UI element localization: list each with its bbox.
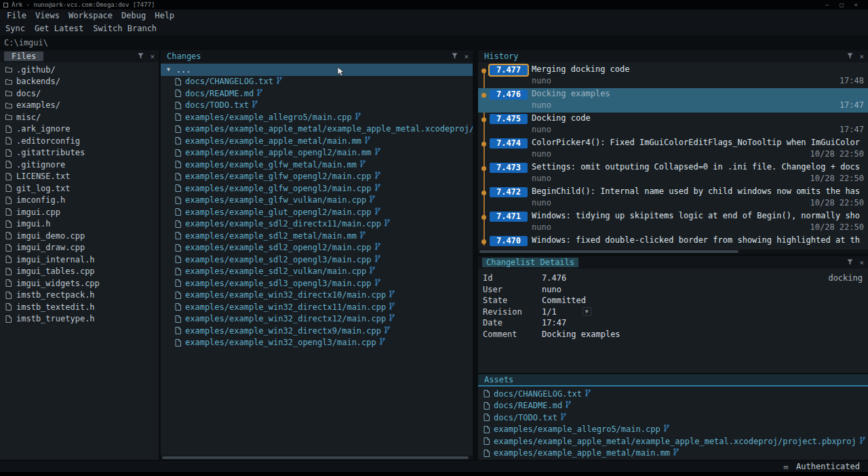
commit-row[interactable]: 7.471 Windows: tidying up skipitems logi…: [478, 210, 868, 235]
commit-row[interactable]: 7.476 Docking examples nuno 17:47: [478, 88, 868, 113]
changed-file-row[interactable]: examples/example_glfw_vulkan/main.cpp: [161, 195, 473, 207]
menu-item-workspace[interactable]: Workspace: [68, 11, 113, 20]
filter-icon[interactable]: [452, 52, 458, 61]
commit-row[interactable]: 7.472 BeginChild(): Internal name used b…: [478, 186, 868, 210]
file-tree-item[interactable]: imconfig.h: [0, 195, 159, 207]
menu-item-debug[interactable]: Debug: [121, 11, 146, 20]
expander-icon[interactable]: ▼: [167, 66, 170, 73]
file-tree-item[interactable]: imstb_textedit.h: [0, 301, 159, 313]
changed-file-row[interactable]: examples/example_apple_opengl2/main.mm: [161, 147, 473, 159]
branch-fork-icon: [673, 448, 679, 458]
asset-row[interactable]: docs/CHANGELOG.txt: [478, 388, 868, 400]
menu-item-views[interactable]: Views: [35, 11, 60, 20]
file-tree-item[interactable]: .gitattributes: [0, 147, 159, 159]
close-icon[interactable]: ×: [859, 259, 864, 266]
file-tree-item[interactable]: docs/: [0, 87, 159, 100]
close-icon[interactable]: ×: [859, 53, 864, 60]
revision-dropdown[interactable]: ▼: [583, 307, 591, 316]
file-tree-item[interactable]: imgui_internal.h: [0, 254, 159, 266]
changed-file-row[interactable]: examples/example_sdl3_opengl3/main.cpp: [161, 277, 473, 290]
file-tree-item[interactable]: imgui_demo.cpp: [0, 230, 159, 242]
maximize-icon[interactable]: □: [840, 1, 843, 8]
close-icon[interactable]: ×: [854, 1, 858, 8]
branch-fork-icon: [860, 437, 865, 446]
filter-icon[interactable]: [847, 52, 853, 61]
detail-label: State: [483, 295, 542, 306]
changed-file-row[interactable]: examples/example_win32_directx12/main.cp…: [161, 313, 473, 325]
changed-file-row[interactable]: examples/example_sdl2_vulkan/main.cpp: [161, 266, 473, 278]
file-tree-item[interactable]: imgui.cpp: [0, 206, 159, 218]
file-tree-item[interactable]: .github/: [0, 64, 159, 76]
file-tree-item[interactable]: git_log.txt: [0, 182, 159, 195]
commit-row[interactable]: 7.475 Docking code nuno 17:47: [478, 113, 868, 137]
branch-fork-icon: [365, 136, 370, 146]
asset-row[interactable]: docs/TODO.txt: [478, 412, 868, 424]
commit-row[interactable]: 7.477 Merging docking code nuno 17:48: [478, 64, 868, 88]
changed-file-row[interactable]: examples/example_win32_directx9/main.cpp: [161, 325, 473, 337]
menu-item-file[interactable]: File: [7, 11, 26, 20]
commit-row[interactable]: 7.473 Settings: omit outputing Collapsed…: [478, 161, 868, 186]
file-icon: [174, 197, 182, 204]
changed-file-row[interactable]: examples/example_apple_metal/example_app…: [161, 123, 473, 136]
file-tree-item[interactable]: .editorconfig: [0, 135, 159, 147]
close-icon[interactable]: ×: [464, 53, 469, 60]
changed-file-row[interactable]: docs/README.md: [161, 87, 473, 100]
changed-file-row[interactable]: examples/example_sdl2_metal/main.mm: [161, 230, 473, 242]
asset-row[interactable]: examples/example_allegro5/main.cpp: [478, 424, 868, 436]
assets-panel: Assets docs/CHANGELOG.txt docs/README.md…: [478, 374, 868, 460]
changed-file-row[interactable]: examples/example_sdl2_opengl2/main.cpp: [161, 242, 473, 254]
filter-icon[interactable]: [847, 258, 853, 267]
asset-row[interactable]: examples/example_apple_metal/main.mm: [478, 448, 868, 460]
commit-row[interactable]: 7.474 ColorPicker4(): Fixed ImGuiColorEd…: [478, 137, 868, 161]
horizontal-scrollbar[interactable]: [161, 456, 473, 460]
changed-file-row[interactable]: docs/TODO.txt: [161, 100, 473, 112]
file-tree-item[interactable]: imstb_rectpack.h: [0, 290, 159, 302]
details-panel-title: Changelist Details: [482, 258, 578, 267]
file-tree-item[interactable]: imgui_tables.cpp: [0, 266, 159, 278]
branch-fork-icon: [375, 243, 380, 252]
changelist-details-panel: Changelist Details × Id 7.476 docking Us…: [478, 256, 868, 373]
horizontal-scrollbar[interactable]: [478, 250, 868, 254]
titlebar: Ark - nuno@ark-vcs.com:Omega:dev [7477] …: [0, 0, 868, 9]
changed-file-row[interactable]: docs/CHANGELOG.txt: [161, 76, 473, 88]
changed-file-row[interactable]: examples/example_win32_directx10/main.cp…: [161, 290, 473, 302]
file-tree-item[interactable]: imgui_draw.cpp: [0, 242, 159, 254]
branch-fork-icon: [561, 413, 566, 422]
close-icon[interactable]: ×: [150, 53, 155, 60]
changed-file-row[interactable]: examples/example_glfw_metal/main.mm: [161, 159, 473, 171]
file-tree-item[interactable]: imgui.h: [0, 218, 159, 231]
asset-row[interactable]: examples/example_apple_metal/example_app…: [478, 435, 868, 448]
minimize-icon[interactable]: —: [825, 1, 829, 8]
toolbar-button-switch-branch[interactable]: Switch Branch: [93, 24, 157, 33]
changed-file-row[interactable]: examples/example_glfw_opengl2/main.cpp: [161, 171, 473, 183]
changes-root-row[interactable]: ▼ ...: [161, 64, 473, 76]
filter-icon[interactable]: [138, 52, 144, 61]
current-path: C:\imgui\: [4, 38, 48, 47]
file-tree-item[interactable]: imstb_truetype.h: [0, 313, 159, 325]
changed-file-row[interactable]: examples/example_apple_metal/main.mm: [161, 135, 473, 147]
changed-file-row[interactable]: examples/example_win32_opengl3/main.cpp: [161, 337, 473, 349]
file-tree-item[interactable]: imgui_widgets.cpp: [0, 277, 159, 290]
file-icon: [174, 327, 182, 334]
assets-panel-title: Assets: [482, 375, 515, 384]
changed-file-row[interactable]: examples/example_sdl2_directx11/main.cpp: [161, 218, 473, 231]
branch-fork-icon: [664, 424, 669, 434]
changed-file-row[interactable]: examples/example_win32_directx11/main.cp…: [161, 301, 473, 313]
toolbar-button-get-latest[interactable]: Get Latest: [35, 24, 83, 33]
commit-time: 17:47: [840, 124, 864, 136]
changed-file-row[interactable]: examples/example_allegro5/main.cpp: [161, 111, 473, 123]
file-icon: [174, 102, 182, 109]
menu-item-help[interactable]: Help: [155, 11, 174, 20]
file-tree-item[interactable]: .gitignore: [0, 159, 159, 171]
changed-file-row[interactable]: examples/example_sdl2_opengl3/main.cpp: [161, 254, 473, 266]
file-tree-item[interactable]: misc/: [0, 111, 159, 123]
file-tree-item[interactable]: LICENSE.txt: [0, 171, 159, 183]
file-tree-item[interactable]: .ark_ignore: [0, 123, 159, 136]
changed-file-row[interactable]: examples/example_glfw_opengl3/main.cpp: [161, 182, 473, 195]
file-tree-item[interactable]: backends/: [0, 76, 159, 88]
toolbar-button-sync[interactable]: Sync: [5, 24, 25, 33]
branch-fork-icon: [375, 255, 380, 264]
file-tree-item[interactable]: examples/: [0, 100, 159, 112]
changed-file-row[interactable]: examples/example_glut_opengl2/main.cpp: [161, 206, 473, 218]
asset-row[interactable]: docs/README.md: [478, 400, 868, 412]
